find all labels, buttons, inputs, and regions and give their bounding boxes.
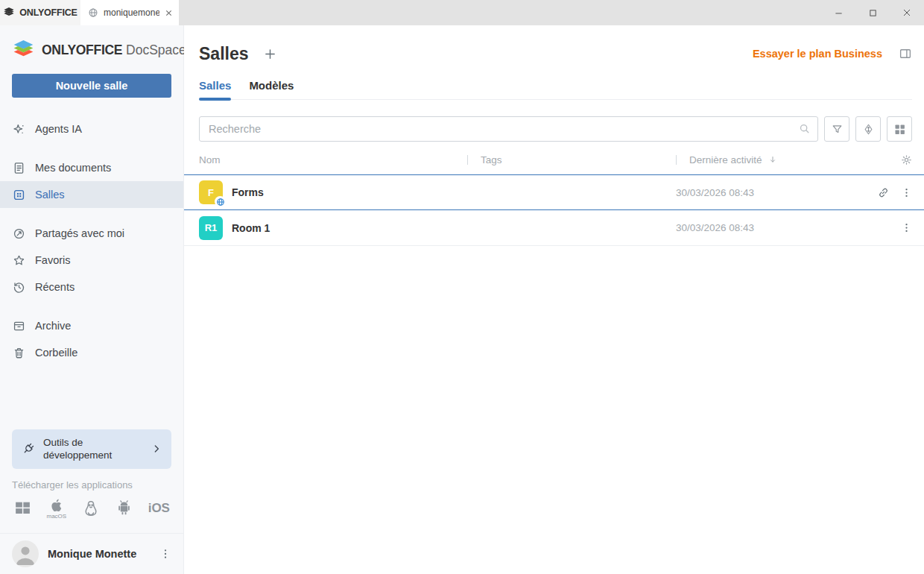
tab-close-icon[interactable] (165, 9, 173, 17)
windows-icon (13, 499, 32, 517)
document-icon (12, 161, 26, 175)
trash-icon (12, 346, 26, 360)
room-icon-forms: F (199, 180, 223, 204)
sort-button[interactable] (855, 116, 881, 142)
sidebar-item-label: Corbeille (35, 347, 77, 359)
sidebar-item-rooms[interactable]: Salles (0, 181, 183, 208)
sidebar-item-archive[interactable]: Archive (0, 312, 183, 339)
user-account-row[interactable]: Monique Monette (0, 533, 183, 574)
cell-last-activity: 30/03/2026 08:43 (676, 222, 866, 233)
column-header-activity[interactable]: Dernière activité (676, 154, 866, 165)
onlyoffice-color-layers-icon (12, 40, 35, 60)
avatar (12, 540, 39, 567)
filter-button[interactable] (824, 116, 849, 142)
public-room-globe-badge (215, 196, 226, 207)
sidebar-item-recent[interactable]: Récents (0, 274, 183, 300)
sidebar-item-favorites[interactable]: Favoris (0, 247, 183, 274)
windows-app-link[interactable] (13, 499, 32, 517)
apple-icon (48, 496, 66, 514)
sparkle-icon (12, 122, 26, 136)
add-room-icon[interactable] (264, 48, 276, 60)
developer-tools-button[interactable]: Outils de développement (12, 429, 171, 469)
table-row[interactable]: F Forms 30/03/2026 08:43 (184, 174, 924, 210)
maximize-button[interactable] (855, 0, 890, 25)
sidebar-item-label: Favoris (35, 254, 71, 266)
onlyoffice-layers-icon (3, 7, 15, 18)
sidebar: ONLYOFFICE DocSpace Nouvelle salle Agent… (0, 25, 184, 574)
column-header-tags[interactable]: Tags (467, 154, 676, 165)
copy-link-icon[interactable] (877, 186, 890, 199)
ios-app-link[interactable]: iOS (148, 501, 170, 516)
ios-label: iOS (148, 501, 170, 516)
sidebar-item-label: Agents IA (35, 123, 82, 135)
rooms-list: F Forms 30/03/2026 08:43 (184, 174, 924, 246)
user-menu-dots-icon[interactable] (159, 548, 171, 560)
app-window: ONLYOFFICE moniquemone... (0, 0, 924, 574)
developer-tools-label: Outils de développement (43, 436, 127, 462)
new-room-button[interactable]: Nouvelle salle (12, 74, 171, 98)
table-settings-gear-icon[interactable] (901, 154, 912, 165)
view-toggle-button[interactable] (887, 116, 912, 142)
macos-app-link[interactable]: macOS (47, 496, 67, 520)
app-menu-tab[interactable]: ONLYOFFICE (0, 0, 80, 25)
room-name: Forms (232, 186, 264, 198)
share-icon (12, 227, 26, 241)
search-input[interactable] (199, 116, 818, 142)
android-app-link[interactable] (115, 499, 133, 517)
sidebar-item-label: Partagés avec moi (35, 227, 124, 239)
logo-bold-text: ONLYOFFICE (42, 42, 122, 57)
globe-icon (88, 7, 98, 18)
content-tabs: Salles Modèles (199, 79, 912, 100)
download-apps-label: Télécharger les applications (12, 479, 171, 491)
sort-descending-icon (768, 155, 777, 164)
tab-rooms[interactable]: Salles (199, 79, 231, 99)
room-initials: R1 (205, 222, 218, 233)
column-divider (676, 155, 677, 165)
user-name: Monique Monette (48, 548, 151, 560)
row-menu-dots-icon[interactable] (901, 187, 912, 198)
search-icon[interactable] (798, 122, 811, 135)
android-icon (115, 499, 133, 517)
cell-last-activity: 30/03/2026 08:43 (676, 187, 866, 198)
grid-view-icon (893, 123, 906, 136)
column-header-settings (866, 154, 912, 165)
minimize-button[interactable] (821, 0, 855, 25)
column-divider (467, 155, 468, 165)
plug-icon (21, 441, 36, 456)
history-icon (12, 280, 26, 294)
trial-business-link[interactable]: Essayer le plan Business (753, 48, 882, 60)
main-header: Salles Essayer le plan Business (199, 40, 912, 67)
document-tab[interactable]: moniquemone... (80, 0, 179, 25)
document-tab-label: moniquemone... (104, 7, 159, 18)
sidebar-item-label: Récents (35, 281, 75, 293)
table-row[interactable]: R1 Room 1 30/03/2026 08:43 (184, 210, 924, 246)
sidebar-item-label: Mes documents (35, 162, 111, 174)
chevron-right-icon (151, 443, 162, 455)
sort-icon (862, 123, 875, 136)
linux-icon (81, 499, 101, 518)
main-content: Salles Essayer le plan Business Salles M… (184, 25, 924, 574)
sidebar-item-agents-ia[interactable]: Agents IA (0, 116, 183, 142)
docspace-logo: ONLYOFFICE DocSpace (12, 40, 171, 60)
title-bar: ONLYOFFICE moniquemone... (0, 0, 924, 25)
tab-templates[interactable]: Modèles (249, 79, 294, 99)
row-menu-dots-icon[interactable] (901, 222, 912, 233)
sidebar-item-label: Salles (35, 189, 65, 201)
star-icon (12, 253, 26, 268)
room-icon-room1: R1 (199, 216, 223, 240)
rooms-icon (12, 188, 26, 202)
sidebar-item-label: Archive (35, 320, 71, 332)
app-tab-label: ONLYOFFICE (19, 7, 77, 18)
sidebar-item-shared-with-me[interactable]: Partagés avec moi (0, 220, 183, 247)
linux-app-link[interactable] (81, 499, 101, 518)
toggle-panel-icon[interactable] (899, 47, 912, 60)
room-initials: F (208, 187, 214, 198)
sidebar-item-trash[interactable]: Corbeille (0, 339, 183, 366)
filter-toolbar (199, 116, 912, 142)
column-header-name[interactable]: Nom (199, 154, 467, 165)
room-name: Room 1 (232, 222, 270, 234)
logo-light-text: DocSpace (126, 42, 186, 57)
close-button[interactable] (890, 0, 924, 25)
table-header: Nom Tags Dernière activité (199, 145, 912, 174)
sidebar-item-my-documents[interactable]: Mes documents (0, 154, 183, 181)
